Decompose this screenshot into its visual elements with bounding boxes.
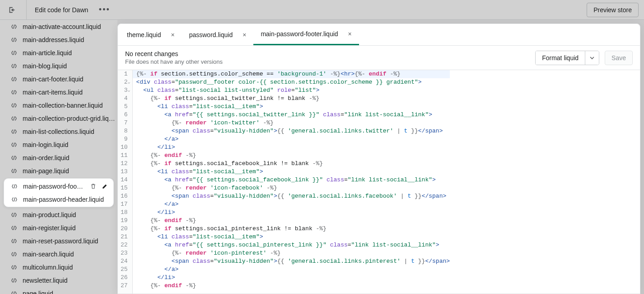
page-title: Edit code for Dawn — [35, 6, 88, 14]
file-item[interactable]: main-password-header.liquid — [4, 193, 113, 206]
file-item[interactable]: main-login.liquid — [0, 138, 117, 151]
code-line[interactable]: </li> — [136, 143, 450, 152]
code-line[interactable]: <li class="list-social__item"> — [136, 103, 450, 111]
line-gutter: 1234567891011121314151617181920212223242… — [118, 70, 133, 294]
changes-heading: No recent changes — [125, 50, 223, 57]
code-line[interactable]: <li class="list-social__item"> — [136, 233, 450, 241]
file-label: main-reset-password.liquid — [23, 237, 117, 245]
file-item[interactable]: main-order.liquid — [0, 151, 117, 164]
format-button-group: Format liquid — [535, 51, 599, 65]
rename-file-button[interactable] — [100, 181, 110, 191]
line-number: 19 — [121, 217, 130, 225]
close-tab-button[interactable]: × — [348, 30, 352, 38]
code-line[interactable]: {%- render 'icon-twitter' -%} — [136, 119, 450, 127]
line-number: 26 — [121, 274, 130, 282]
file-label: main-password-header.liquid — [23, 196, 110, 203]
editor-tab[interactable]: main-password-footer.liquid× — [253, 24, 359, 45]
editor-tab[interactable]: password.liquid× — [182, 24, 254, 45]
more-menu-button[interactable]: ••• — [98, 4, 111, 16]
file-item[interactable]: main-collection-banner.liquid — [0, 99, 117, 112]
code-line[interactable]: <div class="password__footer color-{{ se… — [136, 78, 450, 86]
editor-tabs: theme.liquid×password.liquid×main-passwo… — [118, 24, 640, 46]
line-number: 12 — [121, 160, 130, 168]
code-line[interactable]: {%- endif -%} — [136, 152, 450, 160]
file-item[interactable]: main-activate-account.liquid — [0, 20, 117, 33]
code-content[interactable]: {%- if section.settings.color_scheme == … — [133, 70, 453, 294]
code-line[interactable]: </li> — [136, 274, 450, 282]
liquid-file-icon — [10, 196, 19, 203]
main: main-activate-account.liquidmain-address… — [0, 20, 644, 294]
liquid-file-icon — [10, 142, 18, 148]
code-line[interactable]: {%- if section.settings.color_scheme == … — [133, 70, 450, 78]
line-number: 4 — [121, 95, 130, 103]
preview-store-button[interactable]: Preview store — [587, 3, 639, 17]
code-line[interactable]: {%- if settings.social_twitter_link != b… — [136, 95, 450, 103]
file-label: page.liquid — [23, 290, 117, 294]
liquid-file-icon — [10, 277, 18, 284]
code-line[interactable]: {%- if settings.social_pinterest_link !=… — [136, 225, 450, 233]
line-number: 16 — [121, 192, 130, 200]
file-item[interactable]: newsletter.liquid — [0, 274, 117, 287]
file-item[interactable]: main-reset-password.liquid — [0, 234, 117, 247]
editor-subheader: No recent changes File does not have any… — [118, 46, 640, 70]
file-item[interactable]: main-collection-product-grid.liqu... — [0, 112, 117, 125]
liquid-file-icon — [10, 290, 18, 294]
file-label: main-password-footer.l... — [23, 183, 84, 190]
delete-file-button[interactable] — [88, 181, 98, 191]
code-line[interactable]: <span class="visually-hidden">{{ 'genera… — [136, 257, 450, 266]
code-line[interactable]: </a> — [136, 200, 450, 209]
format-dropdown-button[interactable] — [585, 51, 599, 65]
code-line[interactable]: {%- endif -%} — [136, 217, 450, 225]
code-line[interactable]: {%- if settings.social_facebook_link != … — [136, 160, 450, 168]
line-number: 24 — [121, 257, 130, 266]
save-button[interactable]: Save — [605, 51, 633, 65]
code-line[interactable]: {%- render 'icon-pinterest' -%} — [136, 249, 450, 257]
code-line[interactable]: <a href="{{ settings.social_facebook_lin… — [136, 176, 450, 184]
file-item[interactable]: main-register.liquid — [0, 221, 117, 234]
file-explorer[interactable]: main-activate-account.liquidmain-address… — [0, 20, 117, 294]
code-line[interactable]: </a> — [136, 266, 450, 274]
file-label: main-addresses.liquid — [23, 36, 117, 43]
file-item[interactable]: multicolumn.liquid — [0, 261, 117, 274]
liquid-file-icon — [10, 238, 18, 244]
code-line[interactable]: </a> — [136, 135, 450, 143]
code-editor[interactable]: 1234567891011121314151617181920212223242… — [118, 70, 640, 294]
code-line[interactable]: {%- render 'icon-facebook' -%} — [136, 184, 450, 192]
line-number: 21 — [121, 233, 130, 241]
format-liquid-button[interactable]: Format liquid — [536, 51, 585, 65]
liquid-file-icon — [10, 63, 18, 69]
line-number: 27 — [121, 282, 130, 290]
file-item[interactable]: main-password-footer.l... — [4, 180, 113, 193]
close-tab-button[interactable]: × — [243, 31, 246, 38]
code-line[interactable]: <a href="{{ settings.social_pinterest_li… — [136, 241, 450, 249]
file-item[interactable]: main-search.liquid — [0, 247, 117, 261]
code-line[interactable]: <span class="visually-hidden">{{ 'genera… — [136, 192, 450, 200]
file-item[interactable]: main-page.liquid — [0, 164, 117, 177]
liquid-file-icon — [10, 115, 18, 122]
file-item[interactable]: main-product.liquid — [0, 208, 117, 221]
code-line[interactable]: <span class="visually-hidden">{{ 'genera… — [136, 127, 450, 135]
liquid-file-icon — [10, 50, 18, 56]
file-item[interactable]: main-cart-footer.liquid — [0, 72, 117, 85]
file-item[interactable]: main-addresses.liquid — [0, 33, 117, 46]
file-item[interactable]: main-article.liquid — [0, 46, 117, 59]
line-number: 7 — [121, 119, 130, 127]
line-number: 15 — [121, 184, 130, 192]
liquid-file-icon — [10, 168, 18, 174]
editor-tab[interactable]: theme.liquid× — [120, 24, 182, 45]
line-number: 3 — [121, 86, 130, 95]
tab-label: theme.liquid — [127, 31, 161, 38]
line-number: 1 — [121, 70, 130, 78]
file-item[interactable]: page.liquid — [0, 287, 117, 294]
code-line[interactable]: <ul class="list-social list-unstyled" ro… — [136, 86, 450, 95]
file-item[interactable]: main-cart-items.liquid — [0, 85, 117, 99]
code-line[interactable]: <a href="{{ settings.social_twitter_link… — [136, 111, 450, 119]
code-line[interactable]: <li class="list-social__item"> — [136, 168, 450, 176]
close-tab-button[interactable]: × — [171, 31, 175, 38]
code-line[interactable]: {%- endif -%} — [136, 282, 450, 290]
file-item[interactable]: main-list-collections.liquid — [0, 125, 117, 138]
exit-button[interactable] — [5, 4, 18, 16]
file-label: main-collection-product-grid.liqu... — [23, 115, 117, 122]
file-item[interactable]: main-blog.liquid — [0, 59, 117, 72]
code-line[interactable]: </li> — [136, 209, 450, 217]
